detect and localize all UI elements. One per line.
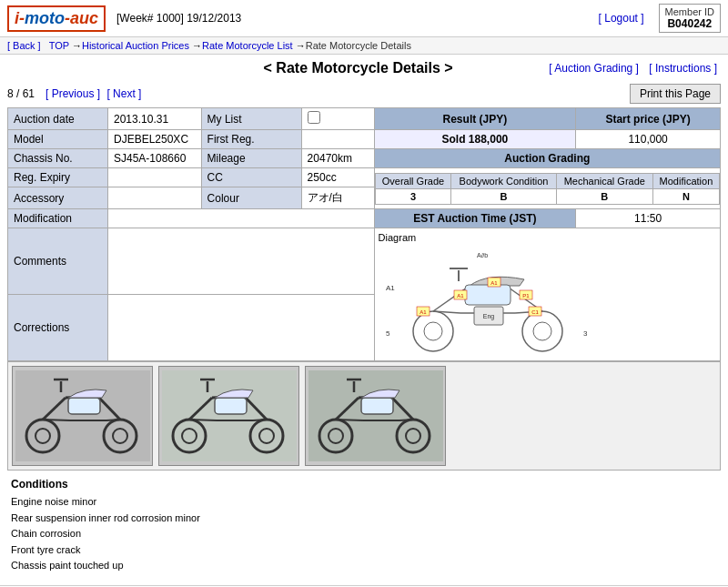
back-link[interactable]: [ Back ] (7, 40, 41, 51)
comments-label: Comments (8, 228, 108, 295)
grade-inner-table: Overall Grade Bodywork Condition Mechani… (375, 173, 720, 205)
overall-grade-label: Overall Grade (375, 173, 451, 188)
svg-line-51 (189, 420, 217, 420)
cc-value: 250cc (301, 168, 374, 187)
colour-label: Colour (201, 187, 301, 209)
pagination-position: 8 / 61 (7, 87, 35, 100)
first-reg-label: First Reg. (201, 130, 301, 149)
corrections-label: Corrections (8, 295, 108, 361)
grade-value-row: 3 B B N (375, 188, 719, 204)
diagram-label: Diagram (379, 232, 716, 243)
row-modification: Modification EST Auction Time (JST) 11:5… (8, 209, 721, 228)
page-title: < Rate Motorcycle Details > (175, 60, 541, 76)
first-reg-value (301, 130, 374, 149)
start-price-header: Start price (JPY) (576, 108, 721, 130)
conditions-text: Engine noise minorRear suspension inner … (11, 494, 717, 574)
photos-section (7, 361, 721, 471)
condition-line: Front tyre crack (11, 542, 717, 559)
svg-text:Eng: Eng (482, 313, 494, 320)
condition-line: Chain corrosion (11, 526, 717, 542)
model-label: Model (8, 130, 108, 149)
svg-line-65 (336, 420, 363, 420)
photo-3 (305, 366, 446, 466)
main-table: Auction date 2013.10.31 My List Result (… (7, 107, 721, 361)
member-id-box: Member ID B040242 (659, 4, 721, 33)
member-id-label: Member ID (665, 6, 714, 17)
auction-date-value: 2013.10.31 (108, 108, 202, 130)
row-comments: Comments Diagram (8, 228, 721, 295)
row-model: Model DJEBEL250XC First Reg. Sold 188,00… (8, 130, 721, 149)
svg-text:5: 5 (386, 329, 390, 338)
modification-grade-value: N (652, 188, 719, 204)
reg-expiry-value (108, 168, 202, 187)
svg-point-3 (533, 322, 551, 340)
top-link[interactable]: TOP (49, 40, 69, 51)
svg-rect-68 (361, 398, 393, 414)
diagram-svg: A1 A1 P1 C1 A1 Eng 5 3 A1 A∂b (379, 245, 597, 354)
photo-svg-3 (308, 370, 443, 461)
modification-value (108, 209, 375, 228)
accessory-value (108, 187, 202, 209)
svg-text:C1: C1 (531, 309, 539, 315)
grade-cell: Overall Grade Bodywork Condition Mechani… (374, 168, 720, 209)
svg-text:P1: P1 (522, 293, 530, 299)
grade-label-row: Overall Grade Bodywork Condition Mechani… (375, 173, 719, 188)
svg-text:A1: A1 (490, 280, 498, 286)
rate-list-link[interactable]: Rate Motorcycle List (202, 40, 293, 51)
condition-line: Rear suspension inner rod corrosion mino… (11, 511, 717, 527)
instructions-link[interactable]: [ Instructions ] (649, 62, 717, 75)
historical-link[interactable]: Historical Auction Prices (82, 40, 189, 51)
auction-grading-header: Auction Grading (374, 149, 720, 168)
svg-rect-10 (465, 285, 511, 305)
model-value: DJEBEL250XC (108, 130, 202, 149)
my-list-label: My List (201, 108, 301, 130)
mileage-label: Mileage (201, 149, 301, 168)
conditions-title: Conditions (11, 478, 717, 491)
svg-rect-54 (215, 398, 247, 414)
previous-link[interactable]: [ Previous ] (46, 87, 100, 100)
condition-line: Engine noise minor (11, 494, 717, 511)
page-title-links: [ Auction Grading ] [ Instructions ] (541, 62, 717, 75)
cc-label: CC (201, 168, 301, 187)
pagination-row: 8 / 61 [ Previous ] [ Next ] Print this … (0, 82, 728, 107)
svg-point-0 (413, 311, 453, 351)
est-value: 11:50 (576, 209, 721, 228)
svg-line-37 (43, 420, 70, 420)
condition-line: Chassis paint touched up (11, 558, 717, 574)
svg-line-67 (399, 420, 413, 420)
photo-1 (12, 366, 153, 466)
mechanical-grade-label: Mechanical Grade (556, 173, 652, 188)
photo-svg-1 (15, 370, 150, 461)
svg-rect-40 (68, 398, 100, 414)
chassis-label: Chassis No. (8, 149, 108, 168)
svg-line-53 (253, 420, 267, 420)
svg-text:A∂b: A∂b (477, 252, 488, 258)
next-link[interactable]: [ Next ] (106, 87, 141, 100)
start-price-value: 110,000 (576, 130, 721, 149)
svg-text:3: 3 (583, 329, 588, 338)
row-auction-date: Auction date 2013.10.31 My List Result (… (8, 108, 721, 130)
logout-link[interactable]: [ Logout ] (599, 12, 644, 25)
corrections-value (108, 295, 375, 361)
pagination-links: [ Previous ] [ Next ] (46, 87, 145, 100)
svg-text:A1: A1 (457, 293, 464, 299)
colour-value: アオ/白 (301, 187, 374, 209)
my-list-checkbox[interactable] (308, 111, 320, 124)
navbar: [ Back ] TOP →Historical Auction Prices … (0, 37, 728, 55)
my-list-checkbox-cell (301, 108, 374, 130)
svg-point-1 (424, 322, 442, 340)
week-info: [Week# 1000] 19/12/2013 (116, 12, 599, 25)
current-page-label: Rate Motorcycle Details (306, 40, 411, 51)
auction-grading-link[interactable]: [ Auction Grading ] (549, 62, 639, 75)
mileage-value: 20470km (301, 149, 374, 168)
accessory-label: Accessory (8, 187, 108, 209)
modification-grade-label: Modification (652, 173, 719, 188)
photo-svg-2 (162, 370, 297, 461)
svg-text:A1: A1 (386, 284, 395, 292)
print-button[interactable]: Print this Page (630, 84, 721, 104)
modification-label: Modification (8, 209, 108, 228)
svg-text:A1: A1 (420, 309, 427, 315)
reg-expiry-label: Reg. Expiry (8, 168, 108, 187)
est-label: EST Auction Time (JST) (374, 209, 576, 228)
logout-anchor[interactable]: [ Logout ] (599, 12, 644, 25)
